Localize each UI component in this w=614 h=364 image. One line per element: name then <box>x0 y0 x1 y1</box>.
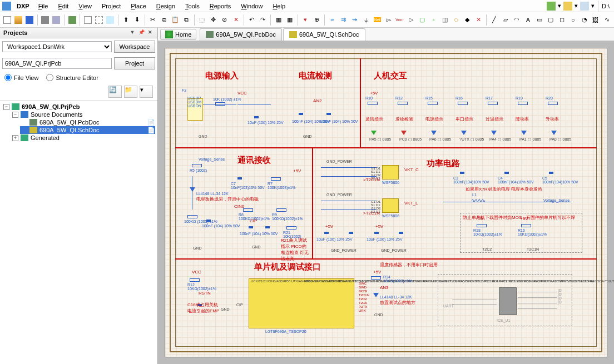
grid2-btn[interactable]: ▦ <box>285 14 294 26</box>
report-icon[interactable] <box>580 2 589 11</box>
gnd-btn[interactable]: ⏚ <box>361 14 370 26</box>
menu-place[interactable]: Place <box>126 2 151 11</box>
device-sheet-btn[interactable]: ◫ <box>440 14 449 26</box>
mcu-chip <box>249 278 354 328</box>
open-btn[interactable] <box>13 14 23 26</box>
panel-close-icon[interactable]: ✕ <box>146 29 154 36</box>
signal-btn[interactable]: ⇝ <box>350 14 359 26</box>
save-btn[interactable] <box>25 14 34 26</box>
menu-edit[interactable]: Edit <box>53 2 73 11</box>
zoom-fit-btn[interactable] <box>83 14 92 26</box>
noerc-btn[interactable]: ✕ <box>474 14 483 26</box>
sheet-entry-btn[interactable]: ▫ <box>429 14 438 26</box>
deselect-btn[interactable]: ⊘ <box>220 14 229 26</box>
mosfet-q1 <box>382 165 399 179</box>
menu-view[interactable]: View <box>74 2 96 11</box>
preview-btn[interactable] <box>52 14 61 26</box>
harness-btn[interactable]: ◇ <box>451 14 460 26</box>
clear-btn[interactable]: ✕ <box>231 14 241 26</box>
menu-project[interactable]: Project <box>97 2 125 11</box>
sheet-btn[interactable]: ▢ <box>418 14 427 26</box>
new-doc-btn[interactable] <box>2 14 12 26</box>
project-button[interactable]: Project <box>114 57 155 69</box>
rect-btn[interactable]: ▢ <box>546 14 555 26</box>
zoom-sel-btn[interactable] <box>106 14 115 26</box>
move-btn[interactable]: ✥ <box>209 14 218 26</box>
netlabel-btn[interactable]: Net <box>373 14 382 26</box>
block-title-current: 电流检测 <box>299 71 332 81</box>
panel-pin-icon[interactable]: 📌 <box>137 29 145 36</box>
image-btn[interactable]: 🖼 <box>591 14 600 26</box>
projects-panel-header: Projects ▼ 📌 ✕ <box>0 28 157 38</box>
menu-tools[interactable]: Tools <box>181 2 204 11</box>
bezier-btn[interactable]: ∿ <box>602 14 612 26</box>
bus-btn[interactable]: ⇉ <box>339 14 348 26</box>
menu-reports[interactable]: Reports <box>205 2 236 11</box>
layer-icon[interactable] <box>563 2 572 11</box>
wire-btn[interactable]: ≈ <box>328 14 337 26</box>
tree-sch-doc[interactable]: 690A_5W_QI.SchDoc📄 <box>20 126 155 134</box>
validate-btn[interactable]: ▾ <box>300 14 310 26</box>
text-btn[interactable]: A <box>523 14 533 26</box>
lib-btn[interactable] <box>67 14 77 26</box>
panel-dropdown-icon[interactable]: ▼ <box>128 29 136 36</box>
grid-btn[interactable]: ▦ <box>274 14 283 26</box>
round-rect-btn[interactable]: ◻ <box>557 14 567 26</box>
radio-file-view[interactable]: File View <box>4 74 38 81</box>
workspace-select[interactable]: Workspace1.DsnWrk <box>2 41 112 52</box>
frame-btn[interactable]: ▭ <box>534 14 544 26</box>
block-title-comm-rx: 通讯接收 <box>237 155 271 166</box>
tree-pcb-doc[interactable]: 690A_5W_QI.PcbDoc📄 <box>20 118 155 126</box>
redo-btn[interactable]: ↷ <box>258 14 268 26</box>
tab-sch[interactable]: 690A_5W_QI.SchDoc <box>283 28 365 41</box>
paste-btn[interactable]: 📋 <box>170 14 180 26</box>
ellipse-btn[interactable]: ○ <box>568 14 578 26</box>
power-vcc-btn[interactable]: Vcc↑ <box>395 14 404 26</box>
workspace-button[interactable]: Workspace <box>114 41 155 53</box>
tab-pcb[interactable]: 690A_5W_QI.PcbDoc <box>200 28 282 41</box>
project-input[interactable] <box>2 58 112 69</box>
pie-btn[interactable]: ◔ <box>580 14 589 26</box>
port-btn[interactable]: ▻ <box>384 14 393 26</box>
arc-btn[interactable]: ◠ <box>512 14 522 26</box>
hierarchy-down-icon[interactable]: ⬇ <box>132 14 142 26</box>
chart-icon[interactable] <box>547 2 556 11</box>
project-tree: − 690A_5W_QI.PrjPcb − Source Documents 6… <box>0 100 157 364</box>
part-btn[interactable]: ▷ <box>406 14 415 26</box>
radio-structure-editor[interactable]: Structure Editor <box>46 74 98 81</box>
zoom-area-btn[interactable] <box>94 14 103 26</box>
panel-tool-3[interactable]: ▾ <box>140 86 153 98</box>
cut-btn[interactable]: ✂ <box>148 14 157 26</box>
tree-project-root[interactable]: − 690A_5W_QI.PrjPcb <box>2 103 155 111</box>
modified-mark-icon: 📄 <box>147 119 154 126</box>
polygon-btn[interactable]: ▱ <box>501 14 510 26</box>
app-name: DXP <box>13 3 33 9</box>
hierarchy-up-icon[interactable]: ⬆ <box>121 14 131 26</box>
stamp-btn[interactable]: ⧉ <box>182 14 191 26</box>
tree-source-documents[interactable]: − Source Documents <box>11 111 155 118</box>
schematic-sheet: 电源输入 电流检测 人机交互 通讯接收 功率电路 单片机及调试接口 USBDPU… <box>165 48 607 357</box>
cross-btn[interactable]: ⊕ <box>312 14 321 26</box>
mosfet-q2 <box>382 198 399 213</box>
panel-tool-2[interactable]: 📁 <box>124 86 137 98</box>
block-title-hmi: 人机交互 <box>374 71 407 81</box>
usb-labels: USBDPUSBDMUSBON <box>187 96 201 108</box>
menubar: DXP File Edit View Project Place Design … <box>0 0 614 12</box>
print-btn[interactable] <box>41 14 50 26</box>
home-tab[interactable]: Home <box>160 29 196 40</box>
menu-design[interactable]: Design <box>152 2 180 11</box>
block-title-power-in: 电源输入 <box>205 71 239 81</box>
harness2-btn[interactable]: ◆ <box>463 14 472 26</box>
menu-window[interactable]: Window <box>236 2 267 11</box>
menu-help[interactable]: Help <box>268 2 290 11</box>
menu-file[interactable]: File <box>34 2 53 11</box>
copy-btn[interactable]: ⧉ <box>159 14 169 26</box>
select-btn[interactable]: ⬚ <box>197 14 207 26</box>
tree-generated[interactable]: + Generated <box>11 134 155 142</box>
line-btn[interactable]: ╱ <box>489 14 499 26</box>
app-logo-icon <box>2 2 11 11</box>
undo-btn[interactable]: ↶ <box>247 14 256 26</box>
panel-tool-1[interactable]: 🔄 <box>108 86 122 98</box>
menubar-right: ▾ ▾ ▾ D:\ <box>547 1 614 12</box>
schematic-canvas[interactable]: 电源输入 电流检测 人机交互 通讯接收 功率电路 单片机及调试接口 USBDPU… <box>158 41 614 364</box>
